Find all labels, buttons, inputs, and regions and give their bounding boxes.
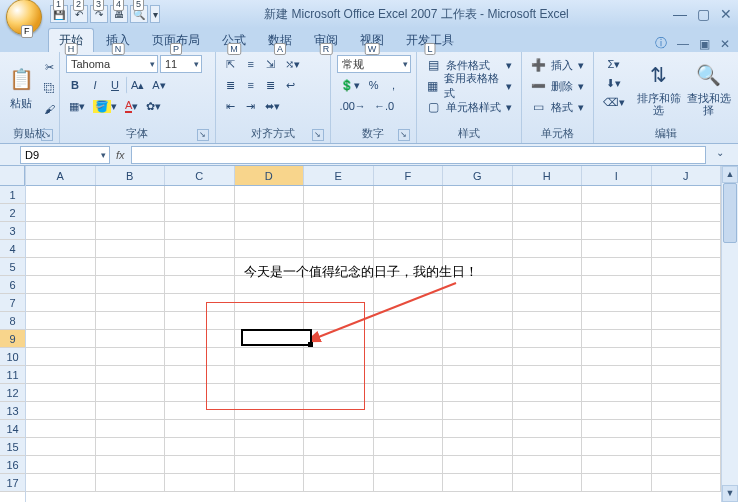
cell[interactable] (443, 474, 513, 492)
bold-button[interactable]: B (66, 76, 84, 94)
cell[interactable] (443, 240, 513, 258)
orientation-button[interactable]: ⤭▾ (282, 55, 303, 73)
autosum-button[interactable]: Σ▾ (600, 55, 628, 73)
cell[interactable] (26, 204, 96, 222)
delete-cells-button[interactable]: ➖删除▾ (528, 76, 587, 96)
align-launcher[interactable]: ↘ (312, 129, 324, 141)
cell[interactable] (513, 438, 583, 456)
qat-preview-icon[interactable]: 🔍5 (130, 5, 148, 23)
cell[interactable] (165, 258, 235, 276)
decrease-decimal-button[interactable]: ←.0 (371, 97, 397, 115)
scroll-up-button[interactable]: ▲ (722, 166, 738, 183)
tab-公式[interactable]: 公式M (212, 29, 256, 52)
find-select-button[interactable]: 🔍 查找和选择 (686, 55, 732, 121)
insert-cells-button[interactable]: ➕插入▾ (528, 55, 587, 75)
col-header-B[interactable]: B (96, 166, 166, 185)
cell[interactable] (652, 330, 722, 348)
increase-indent-button[interactable]: ⇥ (242, 97, 260, 115)
row-header-11[interactable]: 11 (0, 366, 25, 384)
row-header-3[interactable]: 3 (0, 222, 25, 240)
cell[interactable] (165, 366, 235, 384)
cell[interactable] (26, 222, 96, 240)
cell[interactable] (652, 204, 722, 222)
cell[interactable] (304, 438, 374, 456)
cell[interactable] (443, 312, 513, 330)
col-header-D[interactable]: D (235, 166, 305, 185)
cell[interactable] (582, 294, 652, 312)
cell[interactable] (582, 240, 652, 258)
cell[interactable] (443, 294, 513, 312)
clipboard-launcher[interactable]: ↘ (41, 129, 53, 141)
cell[interactable] (165, 186, 235, 204)
cell[interactable] (26, 240, 96, 258)
cell[interactable] (26, 330, 96, 348)
tab-数据[interactable]: 数据A (258, 29, 302, 52)
cell[interactable] (443, 330, 513, 348)
cell[interactable] (235, 330, 305, 348)
comma-button[interactable]: , (385, 76, 403, 94)
currency-button[interactable]: 💲▾ (337, 76, 363, 94)
cell[interactable] (513, 294, 583, 312)
cell[interactable] (374, 420, 444, 438)
cell[interactable] (304, 384, 374, 402)
cell[interactable] (96, 294, 166, 312)
formula-bar[interactable] (131, 146, 706, 164)
cell[interactable] (26, 438, 96, 456)
doc-restore-button[interactable]: ▣ (699, 37, 710, 51)
cell[interactable] (513, 258, 583, 276)
cell[interactable] (374, 384, 444, 402)
cell[interactable] (26, 348, 96, 366)
cell[interactable] (652, 258, 722, 276)
cell[interactable] (235, 222, 305, 240)
qat-save-icon[interactable]: 💾1 (50, 5, 68, 23)
cell[interactable] (235, 420, 305, 438)
font-color-button[interactable]: A▾ (122, 97, 141, 115)
cell[interactable] (652, 312, 722, 330)
cell[interactable] (165, 420, 235, 438)
doc-minimize-button[interactable]: — (677, 37, 689, 51)
col-header-J[interactable]: J (652, 166, 722, 185)
cell[interactable] (304, 204, 374, 222)
underline-button[interactable]: U (106, 76, 124, 94)
font-launcher[interactable]: ↘ (197, 129, 209, 141)
scroll-down-button[interactable]: ▼ (722, 485, 738, 502)
cell[interactable] (582, 330, 652, 348)
cell[interactable] (443, 456, 513, 474)
row-header-6[interactable]: 6 (0, 276, 25, 294)
cell[interactable] (652, 384, 722, 402)
cell[interactable] (96, 402, 166, 420)
cell[interactable] (443, 348, 513, 366)
cell[interactable] (165, 276, 235, 294)
maximize-button[interactable]: ▢ (697, 6, 710, 22)
cell[interactable] (513, 186, 583, 204)
tab-页面布局[interactable]: 页面布局P (142, 29, 210, 52)
wrap-text-button[interactable]: ↩ (282, 76, 300, 94)
cell[interactable] (513, 474, 583, 492)
increase-decimal-button[interactable]: .00→ (337, 97, 369, 115)
cell[interactable] (374, 348, 444, 366)
border-button[interactable]: ▦▾ (66, 97, 88, 115)
cell[interactable] (165, 204, 235, 222)
cell[interactable] (513, 366, 583, 384)
cell[interactable] (235, 474, 305, 492)
merge-button[interactable]: ⬌▾ (262, 97, 283, 115)
expand-formula-bar[interactable]: ⌄ (712, 147, 728, 163)
cell[interactable] (304, 312, 374, 330)
cell[interactable] (165, 222, 235, 240)
name-box[interactable]: D9 (20, 146, 110, 164)
col-header-G[interactable]: G (443, 166, 513, 185)
minimize-button[interactable]: — (673, 6, 687, 22)
font-size-combo[interactable]: 11 (160, 55, 202, 73)
cell[interactable] (582, 276, 652, 294)
cell[interactable] (582, 186, 652, 204)
cell[interactable] (165, 456, 235, 474)
cell[interactable] (443, 186, 513, 204)
cell[interactable] (652, 294, 722, 312)
cell[interactable] (165, 402, 235, 420)
cell[interactable] (165, 240, 235, 258)
cut-button[interactable]: ✂ (40, 58, 58, 76)
row-header-5[interactable]: 5 (0, 258, 25, 276)
close-button[interactable]: ✕ (720, 6, 732, 22)
tab-视图[interactable]: 视图W (350, 29, 394, 52)
cell[interactable] (582, 420, 652, 438)
